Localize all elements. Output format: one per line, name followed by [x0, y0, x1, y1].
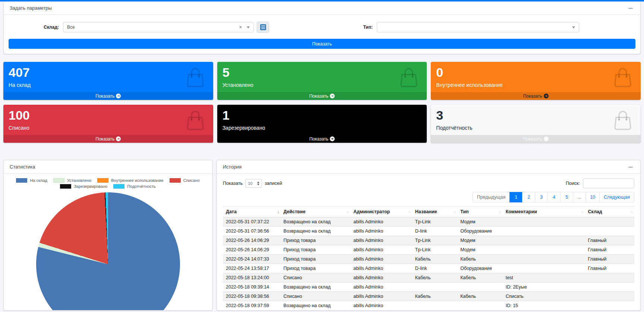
- page-next-button[interactable]: Следующая: [599, 192, 634, 202]
- legend-item[interactable]: На склад: [16, 178, 47, 183]
- type-select[interactable]: [377, 22, 579, 32]
- stat-card-4: 1 Зарезервировано Показать ➜: [217, 105, 427, 143]
- page-button-2[interactable]: 2: [522, 192, 535, 202]
- arrow-right-circle-icon: ➜: [116, 94, 121, 98]
- pie-chart: [36, 192, 180, 311]
- page-button-10[interactable]: 10: [585, 192, 600, 202]
- params-panel-body: Склад: Все ×: [4, 15, 640, 54]
- statistics-panel-body: На складУстановленоВнутреннее использова…: [4, 174, 212, 311]
- stat-card-1: 5 Установлено Показать ➜: [217, 62, 427, 100]
- page-button-4[interactable]: 4: [547, 192, 561, 202]
- warehouse-list-button[interactable]: [257, 22, 269, 33]
- stat-show-label: Показать: [309, 136, 328, 142]
- clear-selection-icon[interactable]: ×: [239, 25, 242, 30]
- stat-show-link[interactable]: Показать ➜: [431, 92, 641, 100]
- stat-show-link[interactable]: Показать ➜: [3, 92, 213, 100]
- stat-value: 1: [222, 108, 422, 123]
- history-panel-header: История: [217, 160, 640, 174]
- sort-icon: ↑↓: [408, 210, 410, 214]
- page-length-value: 10: [248, 181, 252, 186]
- sort-icon: ↑↓: [499, 210, 501, 214]
- sort-icon: ↑↓: [581, 210, 583, 214]
- arrow-right-circle-icon: ➜: [116, 136, 121, 141]
- table-row[interactable]: 2022-05-24 14:07:33Приход товараabills A…: [223, 255, 634, 264]
- stat-show-label: Показать: [523, 94, 542, 99]
- legend-item[interactable]: Установлено: [53, 178, 91, 183]
- legend-item[interactable]: Внутреннее использование: [97, 178, 163, 183]
- column-header-0[interactable]: Дата↑↓: [223, 207, 281, 217]
- column-header-2[interactable]: Администратор↑↓: [350, 207, 412, 217]
- page-length-control: Показать 10 записей: [223, 179, 282, 188]
- table-row[interactable]: 2022-05-31 07:37:22Возвращено на складab…: [223, 217, 634, 227]
- search-input[interactable]: [583, 179, 634, 188]
- sort-icon: ↑↓: [453, 210, 455, 214]
- table-controls: Показать 10 записей Поиск:: [223, 179, 634, 188]
- minus-icon: [628, 8, 633, 9]
- params-panel-title: Задать параметры: [10, 5, 52, 11]
- history-panel-body: Показать 10 записей Поиск: Предыдущая123…: [217, 174, 640, 311]
- page-length-label-before: Показать: [223, 181, 243, 186]
- page-button-1[interactable]: 1: [509, 192, 523, 202]
- stat-value: 5: [222, 65, 422, 80]
- stat-label: На склад: [9, 82, 208, 88]
- stat-value: 0: [436, 65, 635, 80]
- column-header-4[interactable]: Тип↑↓: [457, 207, 502, 217]
- arrow-right-circle-icon: ➜: [544, 94, 549, 98]
- stat-show-link[interactable]: Показать ➜: [217, 92, 427, 100]
- arrow-right-circle-icon: ➜: [544, 136, 549, 141]
- sort-icon: ↑↓: [630, 210, 632, 214]
- table-row[interactable]: 2022-05-18 13:24:00Списаноabills Adminko…: [223, 273, 634, 283]
- table-header-row: Дата↑↓Действие↑↓Администратор↑↓Название↑…: [223, 207, 634, 217]
- table-row[interactable]: 2022-05-18 09:38:56Списаноabills Adminko…: [223, 292, 634, 301]
- stat-show-link[interactable]: Показать ➜: [3, 135, 213, 143]
- show-button[interactable]: Показать: [9, 39, 635, 49]
- column-header-3[interactable]: Название↑↓: [412, 207, 457, 217]
- legend-color-box: [170, 178, 181, 183]
- legend-item[interactable]: Зарезервировано: [60, 184, 107, 189]
- warehouse-select[interactable]: Все ×: [63, 22, 254, 32]
- page-button-5[interactable]: 5: [560, 192, 573, 202]
- table-row[interactable]: 2022-05-26 14:06:29Приход товараabills A…: [223, 245, 634, 255]
- legend-color-box: [113, 184, 124, 189]
- column-header-1[interactable]: Действие↑↓: [281, 207, 351, 217]
- table-row[interactable]: 2022-05-26 14:06:29Приход товараabills A…: [223, 236, 634, 245]
- legend-color-box: [60, 184, 71, 189]
- page-button-3[interactable]: 3: [535, 192, 548, 202]
- table-row[interactable]: 2022-05-18 09:39:14Возвращено на складab…: [223, 283, 634, 292]
- arrow-right-circle-icon: ➜: [330, 94, 335, 98]
- history-panel: История Показать 10 записей: [217, 160, 641, 311]
- page-prev-button[interactable]: Предыдущая: [473, 192, 510, 202]
- statistics-panel-title: Статистика: [10, 164, 35, 170]
- warehouse-label: Склад:: [9, 25, 63, 30]
- page-length-label-after: записей: [265, 181, 282, 186]
- legend-item[interactable]: Списано: [170, 178, 200, 183]
- shopping-bag-icon: [611, 108, 635, 132]
- page-length-select[interactable]: 10: [245, 179, 262, 188]
- minus-icon: [628, 167, 633, 168]
- stat-show-link[interactable]: Показать ➜: [431, 135, 641, 143]
- page-ellipsis[interactable]: ...: [573, 192, 586, 202]
- column-header-5[interactable]: Комментарии↑↓: [503, 207, 585, 217]
- stat-value: 3: [436, 108, 635, 123]
- table-row[interactable]: 2022-05-24 13:58:17Приход товараabills A…: [223, 264, 634, 273]
- legend-item[interactable]: Подотчётность: [113, 184, 155, 189]
- history-collapse-button[interactable]: [627, 165, 634, 169]
- shopping-bag-icon: [397, 108, 421, 132]
- warehouse-select-value: Все: [67, 25, 239, 30]
- stat-label: Зарезервировано: [222, 125, 422, 131]
- legend-color-box: [97, 178, 108, 183]
- statistics-panel-header: Статистика: [4, 160, 212, 174]
- stat-label: Подотчётность: [436, 125, 635, 131]
- table-row[interactable]: 2022-05-18 09:37:59Возвращено на складab…: [223, 301, 634, 311]
- shopping-bag-icon: [397, 66, 421, 89]
- params-form-row: Склад: Все ×: [9, 19, 635, 39]
- params-collapse-button[interactable]: [627, 6, 634, 10]
- legend-label: На склад: [30, 178, 47, 183]
- stat-show-link[interactable]: Показать ➜: [217, 135, 427, 143]
- column-header-6[interactable]: Склад↑↓: [585, 207, 634, 217]
- sort-icon: ↑↓: [346, 210, 348, 214]
- search-label: Поиск:: [566, 181, 580, 186]
- table-row[interactable]: 2022-05-31 07:36:56Возвращено на складab…: [223, 227, 634, 236]
- bottom-panels: Статистика На складУстановленоВнутреннее…: [3, 160, 641, 311]
- stat-card-2: 0 Внутреннее использование Показать ➜: [431, 62, 641, 100]
